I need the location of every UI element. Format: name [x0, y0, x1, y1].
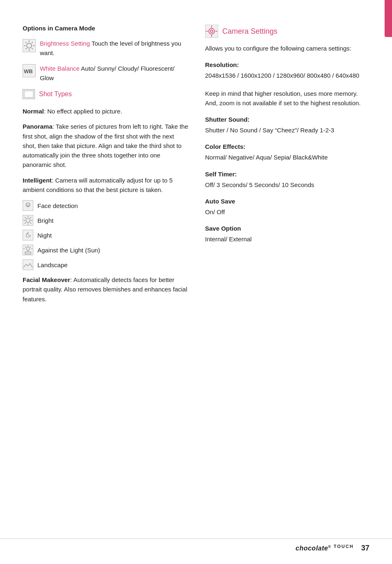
facial-makeover-term: Facial Makeover: [23, 276, 70, 283]
against-light-label: Against the Light (Sun): [37, 247, 100, 254]
normal-entry: Normal: No effect applied to picture.: [23, 106, 189, 116]
footer-page-number: 37: [361, 544, 369, 552]
brand-name: chocolate: [295, 545, 328, 552]
svg-point-16: [27, 204, 28, 205]
shutter-sound-block: Shutter Sound: Shutter / No Sound / Say …: [205, 116, 369, 135]
against-light-icon: [23, 245, 33, 255]
shutter-sound-label: Shutter Sound:: [205, 116, 369, 123]
self-timer-label: Self Timer:: [205, 171, 369, 178]
landscape-label: Landscape: [37, 261, 67, 268]
self-timer-value: Off/ 3 Seconds/ 5 Seconds/ 10 Seconds: [205, 180, 369, 190]
bright-icon: [23, 215, 33, 226]
auto-save-label: Auto Save: [205, 198, 369, 205]
svg-rect-28: [23, 230, 33, 240]
panorama-term: Panorama: [23, 123, 53, 130]
brand-touch: TOUCH: [334, 544, 354, 549]
normal-desc: : No effect applied to picture.: [44, 108, 122, 115]
sub-item-landscape: Landscape: [23, 259, 189, 270]
face-detection-label: Face detection: [37, 202, 78, 209]
save-option-block: Save Option Internal/ External: [205, 225, 369, 244]
bright-label: Bright: [37, 217, 53, 224]
svg-text:WB: WB: [24, 68, 33, 74]
face-detection-icon: [23, 200, 33, 211]
camera-settings-icon: [205, 25, 218, 38]
brightness-text: Brightness Setting Touch the level of br…: [40, 39, 189, 58]
facial-makeover-entry: Facial Makeover: Automatically detects f…: [23, 275, 189, 304]
intro-block: Allows you to configure the following ca…: [205, 44, 369, 53]
sub-item-against-light: Against the Light (Sun): [23, 245, 189, 255]
resolution-block: Resolution: 2048x1536 / 1600x1200 / 1280…: [205, 61, 369, 80]
footer-brand: chocolate® TOUCH: [295, 544, 354, 552]
auto-save-block: Auto Save On/ Off: [205, 198, 369, 217]
svg-rect-38: [23, 259, 33, 270]
save-option-label: Save Option: [205, 225, 369, 232]
white-balance-icon: WB: [23, 64, 36, 77]
shot-types-icon: [23, 89, 35, 99]
save-option-value: Internal/ External: [205, 234, 369, 244]
right-column: Camera Settings Allows you to configure …: [205, 25, 369, 310]
resolution-label: Resolution:: [205, 61, 369, 68]
svg-rect-13: [24, 91, 33, 97]
white-balance-label: White Balance: [40, 65, 80, 72]
two-column-layout: Options in Camera Mode: [23, 25, 369, 310]
intelligent-entry: Intelligent: Camera will automatically a…: [23, 176, 189, 195]
landscape-icon: [23, 259, 33, 270]
white-balance-row: WB White Balance Auto/ Sunny/ Cloudy/ Fl…: [23, 64, 189, 83]
normal-term: Normal: [23, 108, 44, 115]
intelligent-term: Intelligent: [23, 177, 52, 184]
sub-item-bright: Bright: [23, 215, 189, 226]
brightness-icon: [23, 39, 36, 52]
camera-settings-header: Camera Settings: [205, 25, 369, 38]
section-title: Options in Camera Mode: [23, 25, 189, 32]
white-balance-text: White Balance Auto/ Sunny/ Cloudy/ Fluor…: [40, 64, 189, 83]
panorama-entry: Panorama: Take series of pictures from l…: [23, 122, 189, 169]
resolution-note-block: Keep in mind that higher resolution, use…: [205, 89, 369, 108]
color-effects-block: Color Effects: Normal/ Negative/ Aqua/ S…: [205, 143, 369, 162]
page-container: Options in Camera Mode: [0, 0, 392, 564]
footer: chocolate® TOUCH 37: [0, 539, 392, 552]
shot-types-title: Shot Types: [39, 90, 72, 98]
color-effects-value: Normal/ Negative/ Aqua/ Sepia/ Black&Whi…: [205, 153, 369, 162]
self-timer-block: Self Timer: Off/ 3 Seconds/ 5 Seconds/ 1…: [205, 171, 369, 190]
brightness-row: Brightness Setting Touch the level of br…: [23, 39, 189, 58]
night-icon: [23, 230, 33, 240]
svg-point-17: [28, 204, 29, 205]
resolution-note: Keep in mind that higher resolution, use…: [205, 89, 369, 108]
pink-tab: [385, 0, 392, 37]
color-effects-label: Color Effects:: [205, 143, 369, 150]
night-label: Night: [37, 232, 52, 239]
shot-types-header: Shot Types: [23, 89, 189, 99]
intro-text: Allows you to configure the following ca…: [205, 44, 369, 53]
sub-item-face-detection: Face detection: [23, 200, 189, 211]
sub-item-night: Night: [23, 230, 189, 240]
auto-save-value: On/ Off: [205, 207, 369, 217]
resolution-value: 2048x1536 / 1600x1200 / 1280x960/ 800x48…: [205, 71, 369, 80]
svg-rect-14: [23, 200, 33, 211]
brightness-label: Brightness Setting: [40, 40, 90, 47]
shutter-sound-value: Shutter / No Sound / Say “Cheez”/ Ready …: [205, 125, 369, 135]
left-column: Options in Camera Mode: [23, 25, 189, 310]
camera-settings-title: Camera Settings: [222, 27, 277, 36]
